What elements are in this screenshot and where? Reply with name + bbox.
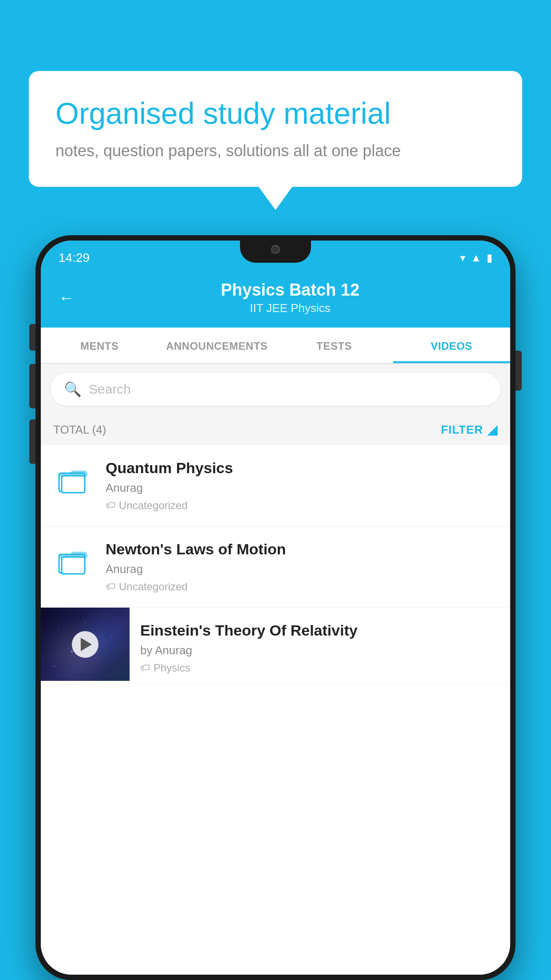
filter-row: TOTAL (4) FILTER ◢ <box>41 415 510 445</box>
tab-videos[interactable]: VIDEOS <box>393 328 511 363</box>
app-header: ← Physics Batch 12 IIT JEE Physics <box>41 272 510 328</box>
tab-announcements[interactable]: ANNOUNCEMENTS <box>158 328 276 363</box>
header-title: Physics Batch 12 <box>88 281 492 300</box>
speech-bubble-subtitle: notes, question papers, solutions all at… <box>55 142 496 160</box>
video-thumbnail <box>41 608 130 681</box>
search-icon: 🔍 <box>64 381 82 398</box>
tab-tests[interactable]: TESTS <box>276 328 393 363</box>
filter-label: FILTER <box>441 423 483 437</box>
speech-bubble-container: Organised study material notes, question… <box>29 71 522 187</box>
video-item-info: Newton's Laws of Motion Anurag 🏷 Uncateg… <box>106 541 498 593</box>
status-icons: ▾ ▲ ▮ <box>460 252 492 264</box>
video-tag: 🏷 Uncategorized <box>106 499 498 512</box>
signal-icon: ▲ <box>471 252 481 264</box>
filter-button[interactable]: FILTER ◢ <box>441 423 498 437</box>
header-subtitle: IIT JEE Physics <box>88 301 492 315</box>
folder-icon <box>53 541 93 581</box>
svg-rect-5 <box>62 557 85 574</box>
video-tag: 🏷 Physics <box>140 662 498 674</box>
list-item[interactable]: Newton's Laws of Motion Anurag 🏷 Uncateg… <box>41 526 510 608</box>
tag-label: Uncategorized <box>119 581 188 593</box>
tag-label: Physics <box>153 662 190 674</box>
tabs-bar: MENTS ANNOUNCEMENTS TESTS VIDEOS <box>41 328 510 364</box>
battery-icon: ▮ <box>487 252 492 264</box>
phone-side-btn-left-power <box>29 419 35 464</box>
total-count: TOTAL (4) <box>53 423 106 437</box>
search-input[interactable]: Search <box>89 382 131 397</box>
video-item-info: Einstein's Theory Of Relativity by Anura… <box>130 608 510 683</box>
header-title-group: Physics Batch 12 IIT JEE Physics <box>88 281 492 315</box>
tab-ments[interactable]: MENTS <box>41 328 158 363</box>
phone-outer: 14:29 ▾ ▲ ▮ ← Physics Batch 12 IIT JEE P… <box>35 235 516 980</box>
video-title: Einstein's Theory Of Relativity <box>140 622 498 639</box>
video-tag: 🏷 Uncategorized <box>106 581 498 593</box>
phone-side-btn-left-volume-down <box>29 364 35 408</box>
back-button[interactable]: ← <box>59 288 75 307</box>
speech-bubble-title: Organised study material <box>55 95 496 132</box>
video-title: Quantum Physics <box>106 459 498 477</box>
video-author: Anurag <box>106 481 498 495</box>
phone-side-btn-right <box>516 351 522 391</box>
phone-notch <box>240 241 311 263</box>
video-item-info: Quantum Physics Anurag 🏷 Uncategorized <box>106 459 498 512</box>
play-button[interactable] <box>72 631 98 658</box>
video-title: Newton's Laws of Motion <box>106 541 498 558</box>
phone-screen: 14:29 ▾ ▲ ▮ ← Physics Batch 12 IIT JEE P… <box>41 241 510 975</box>
play-triangle-icon <box>81 638 92 651</box>
list-item[interactable]: Quantum Physics Anurag 🏷 Uncategorized <box>41 445 510 526</box>
video-author: Anurag <box>106 562 498 576</box>
tag-icon: 🏷 <box>106 500 115 511</box>
svg-rect-2 <box>62 476 85 493</box>
camera-dot <box>271 245 280 254</box>
video-list: Quantum Physics Anurag 🏷 Uncategorized <box>41 445 510 975</box>
speech-bubble: Organised study material notes, question… <box>29 71 522 187</box>
tag-icon: 🏷 <box>140 662 150 674</box>
folder-icon <box>53 459 93 499</box>
video-author: by Anurag <box>140 644 498 657</box>
search-box[interactable]: 🔍 Search <box>51 373 500 406</box>
tag-label: Uncategorized <box>119 499 188 512</box>
phone-side-btn-left-volume-up <box>29 324 35 351</box>
filter-funnel-icon: ◢ <box>488 423 498 437</box>
status-time: 14:29 <box>59 251 90 265</box>
search-container: 🔍 Search <box>41 364 510 415</box>
tag-icon: 🏷 <box>106 581 115 593</box>
list-item[interactable]: Einstein's Theory Of Relativity by Anura… <box>41 608 510 684</box>
phone-container: 14:29 ▾ ▲ ▮ ← Physics Batch 12 IIT JEE P… <box>35 235 516 980</box>
wifi-icon: ▾ <box>460 252 465 264</box>
